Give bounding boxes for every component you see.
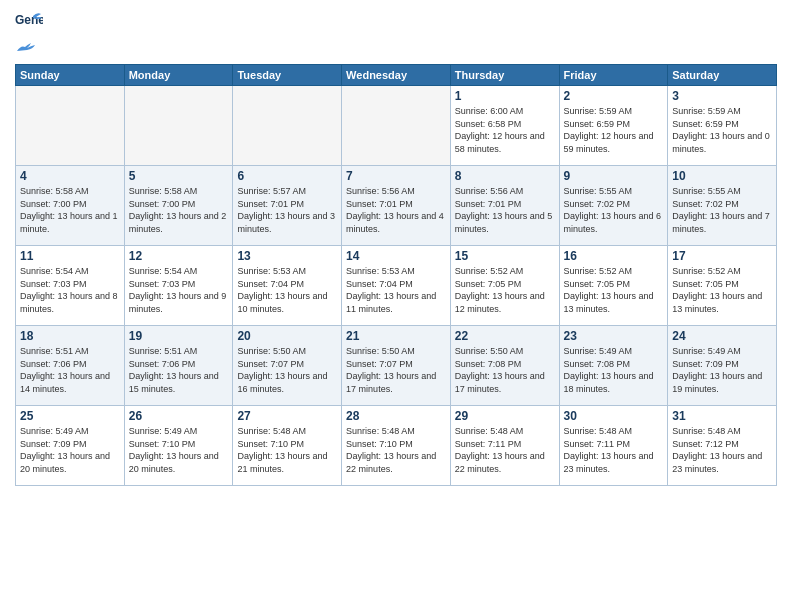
calendar-week-row: 11Sunrise: 5:54 AMSunset: 7:03 PMDayligh…	[16, 246, 777, 326]
day-info: Sunrise: 5:55 AMSunset: 7:02 PMDaylight:…	[672, 185, 772, 235]
calendar-cell: 31Sunrise: 5:48 AMSunset: 7:12 PMDayligh…	[668, 406, 777, 486]
calendar-cell: 28Sunrise: 5:48 AMSunset: 7:10 PMDayligh…	[342, 406, 451, 486]
calendar-cell	[342, 86, 451, 166]
day-number: 24	[672, 329, 772, 343]
calendar-cell: 16Sunrise: 5:52 AMSunset: 7:05 PMDayligh…	[559, 246, 668, 326]
day-number: 15	[455, 249, 555, 263]
day-number: 6	[237, 169, 337, 183]
weekday-header: Sunday	[16, 65, 125, 86]
day-number: 25	[20, 409, 120, 423]
calendar-cell: 30Sunrise: 5:48 AMSunset: 7:11 PMDayligh…	[559, 406, 668, 486]
calendar-cell: 9Sunrise: 5:55 AMSunset: 7:02 PMDaylight…	[559, 166, 668, 246]
day-number: 26	[129, 409, 229, 423]
day-number: 17	[672, 249, 772, 263]
day-number: 29	[455, 409, 555, 423]
day-info: Sunrise: 5:53 AMSunset: 7:04 PMDaylight:…	[346, 265, 446, 315]
day-number: 5	[129, 169, 229, 183]
day-info: Sunrise: 5:58 AMSunset: 7:00 PMDaylight:…	[20, 185, 120, 235]
calendar-cell: 18Sunrise: 5:51 AMSunset: 7:06 PMDayligh…	[16, 326, 125, 406]
weekday-header: Wednesday	[342, 65, 451, 86]
calendar-cell: 20Sunrise: 5:50 AMSunset: 7:07 PMDayligh…	[233, 326, 342, 406]
day-number: 2	[564, 89, 664, 103]
calendar-table: SundayMondayTuesdayWednesdayThursdayFrid…	[15, 64, 777, 486]
day-number: 3	[672, 89, 772, 103]
page: General SundayMondayTuesdayWednesdayThur…	[0, 0, 792, 612]
day-number: 14	[346, 249, 446, 263]
calendar-cell: 7Sunrise: 5:56 AMSunset: 7:01 PMDaylight…	[342, 166, 451, 246]
calendar-cell: 10Sunrise: 5:55 AMSunset: 7:02 PMDayligh…	[668, 166, 777, 246]
calendar-cell: 17Sunrise: 5:52 AMSunset: 7:05 PMDayligh…	[668, 246, 777, 326]
calendar-cell: 29Sunrise: 5:48 AMSunset: 7:11 PMDayligh…	[450, 406, 559, 486]
day-info: Sunrise: 5:48 AMSunset: 7:12 PMDaylight:…	[672, 425, 772, 475]
day-number: 7	[346, 169, 446, 183]
calendar-cell: 19Sunrise: 5:51 AMSunset: 7:06 PMDayligh…	[124, 326, 233, 406]
day-info: Sunrise: 5:53 AMSunset: 7:04 PMDaylight:…	[237, 265, 337, 315]
calendar-cell: 15Sunrise: 5:52 AMSunset: 7:05 PMDayligh…	[450, 246, 559, 326]
day-number: 4	[20, 169, 120, 183]
day-number: 19	[129, 329, 229, 343]
day-number: 22	[455, 329, 555, 343]
calendar-cell: 2Sunrise: 5:59 AMSunset: 6:59 PMDaylight…	[559, 86, 668, 166]
day-number: 21	[346, 329, 446, 343]
calendar-cell	[124, 86, 233, 166]
day-info: Sunrise: 5:49 AMSunset: 7:09 PMDaylight:…	[20, 425, 120, 475]
logo: General	[15, 10, 43, 58]
day-info: Sunrise: 5:56 AMSunset: 7:01 PMDaylight:…	[455, 185, 555, 235]
day-info: Sunrise: 5:48 AMSunset: 7:11 PMDaylight:…	[455, 425, 555, 475]
weekday-header: Saturday	[668, 65, 777, 86]
calendar-cell: 26Sunrise: 5:49 AMSunset: 7:10 PMDayligh…	[124, 406, 233, 486]
day-info: Sunrise: 5:55 AMSunset: 7:02 PMDaylight:…	[564, 185, 664, 235]
day-number: 13	[237, 249, 337, 263]
day-number: 11	[20, 249, 120, 263]
calendar-cell: 21Sunrise: 5:50 AMSunset: 7:07 PMDayligh…	[342, 326, 451, 406]
calendar-cell: 27Sunrise: 5:48 AMSunset: 7:10 PMDayligh…	[233, 406, 342, 486]
day-number: 23	[564, 329, 664, 343]
day-number: 18	[20, 329, 120, 343]
day-info: Sunrise: 5:58 AMSunset: 7:00 PMDaylight:…	[129, 185, 229, 235]
calendar-week-row: 18Sunrise: 5:51 AMSunset: 7:06 PMDayligh…	[16, 326, 777, 406]
day-info: Sunrise: 5:48 AMSunset: 7:10 PMDaylight:…	[237, 425, 337, 475]
day-number: 20	[237, 329, 337, 343]
bird-icon	[17, 43, 37, 55]
calendar-cell: 12Sunrise: 5:54 AMSunset: 7:03 PMDayligh…	[124, 246, 233, 326]
day-number: 16	[564, 249, 664, 263]
calendar-cell: 6Sunrise: 5:57 AMSunset: 7:01 PMDaylight…	[233, 166, 342, 246]
day-info: Sunrise: 5:56 AMSunset: 7:01 PMDaylight:…	[346, 185, 446, 235]
calendar-cell: 8Sunrise: 5:56 AMSunset: 7:01 PMDaylight…	[450, 166, 559, 246]
day-number: 28	[346, 409, 446, 423]
day-info: Sunrise: 5:57 AMSunset: 7:01 PMDaylight:…	[237, 185, 337, 235]
day-info: Sunrise: 5:50 AMSunset: 7:08 PMDaylight:…	[455, 345, 555, 395]
day-info: Sunrise: 5:50 AMSunset: 7:07 PMDaylight:…	[237, 345, 337, 395]
weekday-header: Thursday	[450, 65, 559, 86]
header-row: SundayMondayTuesdayWednesdayThursdayFrid…	[16, 65, 777, 86]
day-info: Sunrise: 5:49 AMSunset: 7:09 PMDaylight:…	[672, 345, 772, 395]
day-info: Sunrise: 5:51 AMSunset: 7:06 PMDaylight:…	[129, 345, 229, 395]
weekday-header: Friday	[559, 65, 668, 86]
calendar-cell: 4Sunrise: 5:58 AMSunset: 7:00 PMDaylight…	[16, 166, 125, 246]
calendar-cell: 23Sunrise: 5:49 AMSunset: 7:08 PMDayligh…	[559, 326, 668, 406]
day-info: Sunrise: 5:54 AMSunset: 7:03 PMDaylight:…	[20, 265, 120, 315]
calendar-week-row: 4Sunrise: 5:58 AMSunset: 7:00 PMDaylight…	[16, 166, 777, 246]
day-info: Sunrise: 5:59 AMSunset: 6:59 PMDaylight:…	[564, 105, 664, 155]
calendar-week-row: 1Sunrise: 6:00 AMSunset: 6:58 PMDaylight…	[16, 86, 777, 166]
weekday-header: Monday	[124, 65, 233, 86]
day-info: Sunrise: 5:59 AMSunset: 6:59 PMDaylight:…	[672, 105, 772, 155]
weekday-header: Tuesday	[233, 65, 342, 86]
day-info: Sunrise: 5:52 AMSunset: 7:05 PMDaylight:…	[672, 265, 772, 315]
calendar-cell: 5Sunrise: 5:58 AMSunset: 7:00 PMDaylight…	[124, 166, 233, 246]
calendar-week-row: 25Sunrise: 5:49 AMSunset: 7:09 PMDayligh…	[16, 406, 777, 486]
calendar-cell	[16, 86, 125, 166]
calendar-cell: 22Sunrise: 5:50 AMSunset: 7:08 PMDayligh…	[450, 326, 559, 406]
day-info: Sunrise: 5:50 AMSunset: 7:07 PMDaylight:…	[346, 345, 446, 395]
day-info: Sunrise: 6:00 AMSunset: 6:58 PMDaylight:…	[455, 105, 555, 155]
calendar-cell: 25Sunrise: 5:49 AMSunset: 7:09 PMDayligh…	[16, 406, 125, 486]
day-number: 27	[237, 409, 337, 423]
calendar-cell: 24Sunrise: 5:49 AMSunset: 7:09 PMDayligh…	[668, 326, 777, 406]
logo-icon: General	[15, 10, 43, 38]
calendar-cell: 14Sunrise: 5:53 AMSunset: 7:04 PMDayligh…	[342, 246, 451, 326]
calendar-cell: 1Sunrise: 6:00 AMSunset: 6:58 PMDaylight…	[450, 86, 559, 166]
day-info: Sunrise: 5:49 AMSunset: 7:10 PMDaylight:…	[129, 425, 229, 475]
day-info: Sunrise: 5:48 AMSunset: 7:10 PMDaylight:…	[346, 425, 446, 475]
day-number: 8	[455, 169, 555, 183]
day-number: 1	[455, 89, 555, 103]
